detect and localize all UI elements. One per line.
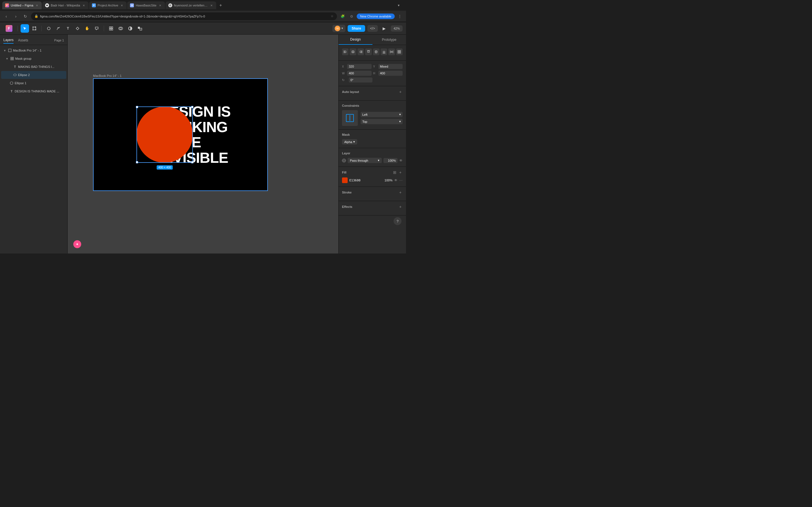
h-input[interactable] (378, 71, 403, 76)
tab-feyenoord-close[interactable]: ✕ (209, 3, 213, 7)
help-area: ? (339, 216, 406, 230)
tab-project-archive[interactable]: P Project Archive ✕ (89, 1, 126, 9)
present-button[interactable]: ▶ (380, 24, 389, 33)
layer-ellipse1[interactable]: Ellipse 1 (1, 79, 66, 87)
grid-view-button[interactable] (107, 24, 115, 33)
fill-grid-button[interactable]: ⊞ (393, 170, 397, 175)
handle-bottom-right[interactable] (191, 161, 193, 163)
new-chrome-button[interactable]: New Chrome available (357, 13, 395, 19)
add-auto-layout-button[interactable]: + (398, 90, 403, 94)
layer-visibility-button[interactable]: 👁 (399, 159, 403, 163)
constraint-vertical-select[interactable]: Top ▾ (361, 119, 403, 124)
canvas-area[interactable]: MacBook Pro 14" - 1 DESIGN ISTHINKINGMAD… (68, 35, 338, 253)
handle-top-left[interactable] (136, 106, 138, 108)
tab-wikipedia[interactable]: W Badr Hari - Wikipedia ✕ (42, 1, 89, 9)
align-left-button[interactable] (342, 48, 349, 55)
theme-toggle-button[interactable] (126, 24, 135, 33)
help-button[interactable]: ? (394, 217, 402, 225)
shape-tool-button[interactable] (45, 24, 53, 33)
align-center-h-button[interactable] (350, 48, 356, 55)
constraint-horizontal-value: Left (362, 113, 367, 116)
align-top-button[interactable] (365, 48, 371, 55)
forward-button[interactable]: › (12, 12, 20, 20)
assets-tab[interactable]: Assets (18, 37, 28, 43)
tab-feyenoord[interactable]: G feyenoord ze vertellen ons v... ✕ (165, 1, 216, 9)
tab-list-button[interactable]: ▾ (396, 3, 402, 8)
blend-mode-select[interactable]: Pass through ▾ (348, 158, 382, 163)
opacity-input[interactable]: 100% (384, 158, 398, 163)
canvas-frame[interactable]: DESIGN ISTHINKINGMADEINVISIBLE 400 × 400 (93, 78, 268, 191)
add-stroke-button[interactable]: + (398, 190, 403, 194)
new-tab-button[interactable]: + (217, 1, 225, 9)
layer-text2[interactable]: T DESIGN IS THINKING MADE ... (1, 87, 66, 95)
figma-logo-button[interactable]: F (6, 25, 12, 32)
tab-figma-close[interactable]: ✕ (35, 3, 39, 7)
move-tool-button[interactable] (20, 24, 29, 33)
component-tool-button[interactable] (73, 24, 82, 33)
anima-plugin-button[interactable]: ✦ (73, 240, 81, 248)
y-input[interactable] (378, 64, 403, 69)
fill-header: Fill ⊞ + (342, 170, 403, 175)
layer-section: Layer Pass through ▾ 100% 👁 (339, 148, 406, 167)
x-input[interactable] (347, 64, 371, 69)
align-center-v-button[interactable] (373, 48, 379, 55)
design-tab[interactable]: Design (339, 35, 372, 45)
reload-button[interactable]: ↻ (21, 12, 29, 20)
svg-rect-14 (109, 29, 111, 30)
layer-ellipse2-name: Ellipse 2 (18, 73, 64, 76)
component-icon[interactable]: ⊙ (54, 48, 59, 53)
profile-button[interactable]: ⊙ (348, 12, 356, 20)
url-bar[interactable]: 🔒 figma.com/file/Zni426OCckm61BwSFIez1S/… (31, 12, 337, 20)
tab-project-archive-close[interactable]: ✕ (120, 3, 124, 7)
layer-ellipse2[interactable]: Ellipse 2 (1, 71, 66, 79)
mask-mode-select[interactable]: Alpha ▾ (342, 139, 357, 145)
blend-tool-button[interactable] (116, 24, 125, 33)
zoom-button[interactable]: 42% (391, 25, 403, 32)
tidy-up-button[interactable] (396, 48, 403, 55)
align-right-button[interactable] (357, 48, 364, 55)
constraints-section: Constraints Left ▾ Top (339, 101, 406, 129)
rotation-input[interactable] (349, 77, 372, 82)
tab-figma-title: Untitled – Figma (11, 4, 33, 7)
share-button[interactable]: Share (348, 25, 365, 32)
visibility-icon[interactable]: 👁 (59, 48, 64, 53)
add-effect-button[interactable]: + (398, 205, 403, 209)
w-input[interactable] (347, 71, 371, 76)
fill-color-swatch[interactable] (342, 177, 348, 183)
add-fill-button[interactable]: + (398, 170, 403, 175)
layer-macbook[interactable]: ▼ MacBook Pro 14" - 1 ⊙ 👁 (1, 47, 66, 54)
svg-point-10 (58, 27, 59, 28)
layer-mask-group[interactable]: ▼ Mask group (1, 55, 66, 62)
svg-rect-32 (360, 51, 361, 53)
handle-top-right[interactable] (191, 106, 193, 108)
fill-toggle-button[interactable] (136, 24, 144, 33)
back-button[interactable]: ‹ (2, 12, 10, 20)
feyenoord-favicon: G (168, 3, 172, 7)
tab-wikipedia-title: Badr Hari - Wikipedia (51, 4, 80, 7)
comment-tool-button[interactable] (93, 24, 101, 33)
layer-text1[interactable]: T MAKING BAD THINGS I... (1, 63, 66, 71)
page-selector[interactable]: Page 1 (54, 39, 64, 42)
extensions-button[interactable]: 🧩 (339, 12, 347, 20)
bookmark-icon[interactable]: ☆ (331, 14, 334, 18)
pen-tool-button[interactable] (54, 24, 63, 33)
tab-haws-close[interactable]: ✕ (158, 3, 162, 7)
prototype-tab[interactable]: Prototype (372, 35, 406, 45)
remove-fill-button[interactable]: — (399, 178, 403, 182)
expand-icon-mask: ▼ (6, 57, 8, 60)
tab-wikipedia-close[interactable]: ✕ (82, 3, 86, 7)
fill-visibility-button[interactable]: 👁 (394, 178, 398, 182)
text-tool-button[interactable]: T (64, 24, 72, 33)
frame-tool-button[interactable] (30, 24, 39, 33)
code-button[interactable]: </> (367, 25, 378, 32)
align-bottom-button[interactable] (380, 48, 387, 55)
distribute-h-button[interactable] (388, 48, 395, 55)
handle-bottom-left[interactable] (136, 161, 138, 163)
hand-tool-button[interactable]: ✋ (83, 24, 91, 33)
more-button[interactable]: ⋮ (396, 12, 404, 20)
tab-haws[interactable]: H HawsBasicSite ✕ (127, 1, 165, 9)
tab-figma[interactable]: F Untitled – Figma ✕ (2, 1, 42, 9)
constraint-horizontal-select[interactable]: Left ▾ (361, 112, 403, 117)
user-label: ▾ (342, 26, 343, 30)
layers-tab[interactable]: Layers (3, 37, 13, 44)
